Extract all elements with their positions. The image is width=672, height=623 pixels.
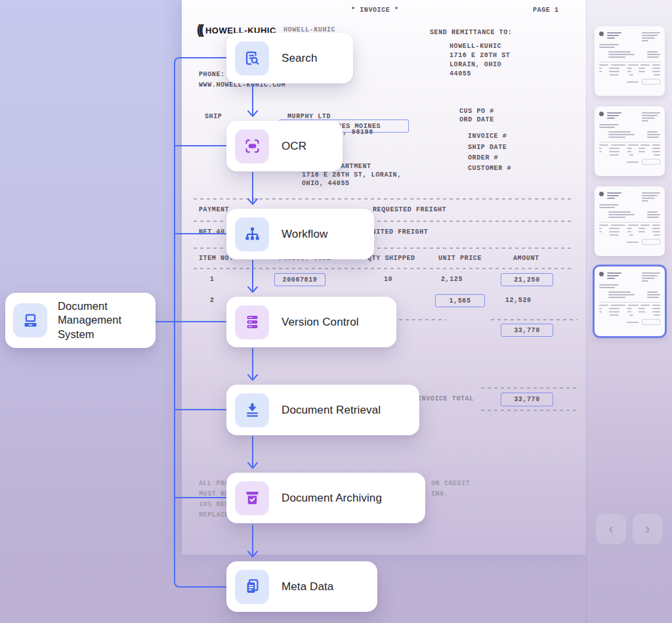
table-header: QTY SHIPPED: [368, 255, 415, 262]
table-cell: 21,250: [514, 276, 540, 284]
meta-label: SHIP DATE: [468, 144, 507, 151]
flow-node-label: Document Retrieval: [282, 403, 381, 418]
flow-node-label: OCR: [282, 139, 306, 154]
dashed-divider: [399, 319, 446, 320]
total-label: INVOICE TOTAL: [417, 395, 474, 402]
fine-print: MUST BE: [199, 490, 229, 498]
thumbnail-sidebar: ‹ ›: [586, 0, 672, 623]
fine-print: ING.: [431, 490, 448, 498]
documents-icon: [235, 570, 269, 604]
page-thumbnail-1[interactable]: [595, 26, 665, 96]
highlight-box: 21,250: [501, 273, 553, 286]
ship-address2: N, 98198: [339, 129, 373, 136]
table-cell: 2: [210, 297, 215, 304]
highlight-box: 33,770: [501, 393, 553, 406]
table-cell: 20067819: [283, 276, 318, 284]
archive-check-icon: [235, 481, 269, 515]
page-thumbnail-2[interactable]: [595, 106, 665, 176]
sold-line: OHIO, 44055: [302, 180, 350, 187]
flow-node-meta-data[interactable]: Meta Data: [226, 561, 377, 612]
computer-icon: [13, 303, 47, 337]
table-header: UNIT PRICE: [438, 255, 482, 262]
highlight-box: 33,770: [501, 324, 553, 337]
table-cell: 10: [384, 276, 392, 283]
dashed-divider: [491, 319, 578, 320]
highlight-box: 1,565: [435, 294, 485, 307]
flow-node-label: Document Management System: [58, 299, 148, 341]
flow-node-label: Workflow: [282, 227, 327, 242]
requested-freight: REQUESTED FREIGHT: [373, 206, 446, 213]
flow-node-document-management-system[interactable]: Document Management System: [5, 293, 156, 348]
page-thumbnail-4[interactable]: [593, 265, 667, 338]
dashed-divider: [481, 387, 578, 389]
payment-label: PAYMENT: [199, 206, 229, 213]
table-cell: 2,125: [441, 276, 463, 283]
flow-node-label: Meta Data: [282, 580, 333, 594]
document-search-icon: [235, 41, 269, 75]
total-value: 33,770: [514, 396, 540, 403]
meta-label: CUS PO #: [459, 108, 494, 115]
fine-print: REPLACE: [199, 511, 229, 519]
fine-print: ALL PRO: [199, 480, 229, 487]
flow-node-workflow[interactable]: Workflow: [226, 209, 374, 259]
table-cell: 1,565: [449, 297, 471, 305]
remit-line: 44055: [450, 70, 471, 77]
fine-print: 10% RES: [199, 501, 229, 508]
chevron-right-icon: ›: [645, 521, 650, 538]
download-icon: [235, 393, 269, 427]
flow-node-search[interactable]: Search: [226, 33, 353, 83]
dashed-divider: [194, 268, 574, 269]
remit-line: 1716 E 28TH ST: [450, 52, 510, 59]
meta-label: CUSTOMER #: [468, 165, 511, 172]
thumb-logo-icon: [599, 192, 604, 196]
invoice-title: * INVOICE *: [351, 7, 399, 14]
dashed-divider: [194, 198, 574, 200]
flow-node-document-archiving[interactable]: Document Archiving: [226, 473, 425, 523]
flow-node-label: Search: [282, 51, 317, 66]
flow-node-document-retrieval[interactable]: Document Retrieval: [226, 385, 419, 435]
meta-label: ORDER #: [468, 154, 498, 161]
chevron-left-icon: ‹: [608, 521, 613, 538]
thumb-logo-icon: [599, 112, 604, 116]
page-indicator: PAGE 1: [533, 7, 559, 14]
table-header: ITEM NO.: [199, 255, 234, 262]
table-header: AMOUNT: [513, 255, 539, 262]
page-thumbnail-3[interactable]: [595, 186, 665, 256]
ship-label: SHIP: [205, 113, 222, 120]
logo-icon: (((: [197, 23, 202, 38]
remit-line: HOWELL-KUHIC: [450, 43, 501, 50]
flow-node-version-control[interactable]: Version Control: [226, 297, 396, 347]
subtotal-value: 33,770: [514, 327, 540, 334]
prev-page-button[interactable]: ‹: [596, 514, 626, 544]
scan-icon: [235, 129, 269, 163]
remit-line: LORAIN, OHIO: [450, 61, 501, 68]
united-freight: UNITED FREIGHT: [368, 228, 428, 236]
meta-label: ORD DATE: [459, 116, 494, 123]
fine-print: ON CREDIT: [431, 480, 470, 487]
remit-label: SEND REMITTANCE TO:: [430, 29, 512, 36]
thumb-logo-icon: [599, 32, 604, 36]
sold-line: 1716 E 28TH ST, LORAIN,: [302, 171, 402, 179]
flow-node-ocr[interactable]: OCR: [226, 121, 343, 171]
meta-label: INVOICE #: [468, 133, 507, 140]
highlight-box: 20067819: [274, 273, 326, 286]
table-cell: 1: [210, 276, 215, 283]
thumb-logo-icon: [599, 272, 604, 276]
table-cell: 12,520: [505, 297, 532, 304]
dashed-divider: [481, 410, 578, 411]
flow-node-label: Version Control: [282, 315, 359, 330]
flow-node-label: Document Archiving: [282, 491, 382, 505]
next-page-button[interactable]: ›: [633, 514, 663, 544]
server-stack-icon: [235, 305, 269, 339]
sitemap-icon: [235, 217, 269, 251]
